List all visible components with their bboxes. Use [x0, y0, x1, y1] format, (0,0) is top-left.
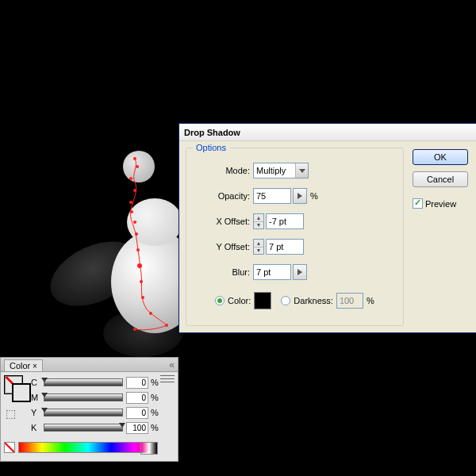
mode-value: Multiply	[256, 166, 286, 175]
percent-label: %	[310, 191, 318, 201]
c-label: C	[31, 378, 40, 387]
color-tab[interactable]: Color ×	[4, 359, 43, 371]
percent-label-2: %	[367, 296, 374, 305]
fill-stroke-swatches[interactable]	[4, 375, 23, 394]
xoffset-label: X Offset:	[204, 217, 250, 226]
blur-flyout-button[interactable]	[293, 264, 307, 280]
yoffset-spinner[interactable]: ▲▼	[253, 239, 264, 255]
preview-checkbox[interactable]	[413, 198, 423, 209]
blur-label: Blur:	[204, 267, 250, 277]
blur-input[interactable]	[253, 264, 291, 280]
svg-point-3	[133, 189, 136, 192]
darkness-input	[336, 293, 363, 309]
spectrum-bar[interactable]	[18, 442, 158, 453]
opacity-label: Opacity:	[204, 191, 250, 201]
color-radio[interactable]	[215, 296, 225, 305]
svg-point-4	[129, 201, 132, 204]
color-panel-tabbar[interactable]: Color × «	[1, 358, 178, 372]
c-input[interactable]	[126, 377, 148, 389]
m-label: M	[31, 393, 40, 402]
color-label: Color:	[228, 296, 251, 305]
options-legend: Options	[193, 143, 229, 152]
yoffset-input[interactable]	[266, 239, 304, 255]
c-slider[interactable]	[44, 378, 123, 386]
yoffset-label: Y Offset:	[204, 242, 250, 251]
close-icon[interactable]: «	[169, 359, 175, 370]
y-input[interactable]	[126, 407, 148, 419]
chess-piece-white-top	[123, 151, 155, 182]
dialog-title: Drop Shadow	[184, 128, 240, 137]
preview-label: Preview	[425, 199, 456, 209]
m-input[interactable]	[126, 392, 148, 404]
mode-dropdown[interactable]: Multiply	[253, 163, 309, 178]
k-input[interactable]	[126, 422, 148, 434]
ok-button[interactable]: OK	[413, 149, 468, 165]
drop-shadow-dialog: Drop Shadow Options Mode: Multiply Opaci…	[178, 123, 476, 333]
y-label: Y	[31, 408, 40, 417]
color-panel: Color × « ⬚ C % M % Y	[0, 357, 178, 462]
cancel-button[interactable]: Cancel	[413, 171, 468, 187]
mode-label: Mode:	[204, 166, 250, 175]
opacity-flyout-button[interactable]	[293, 188, 307, 204]
opacity-input[interactable]	[253, 188, 291, 204]
options-fieldset: Options Mode: Multiply Opacity: %	[186, 148, 404, 326]
color-swatch[interactable]	[254, 292, 271, 309]
none-swatch[interactable]	[4, 442, 15, 453]
darkness-radio[interactable]	[281, 296, 290, 305]
k-label: K	[31, 423, 40, 432]
y-slider[interactable]	[44, 409, 123, 416]
k-slider[interactable]	[44, 424, 123, 432]
m-slider[interactable]	[44, 393, 123, 401]
dialog-titlebar[interactable]: Drop Shadow	[179, 124, 476, 141]
xoffset-spinner[interactable]: ▲▼	[253, 213, 264, 229]
xoffset-input[interactable]	[266, 213, 304, 229]
darkness-label: Darkness:	[294, 296, 333, 305]
cube-icon[interactable]: ⬚	[6, 407, 16, 420]
chevron-down-icon[interactable]	[295, 163, 308, 178]
